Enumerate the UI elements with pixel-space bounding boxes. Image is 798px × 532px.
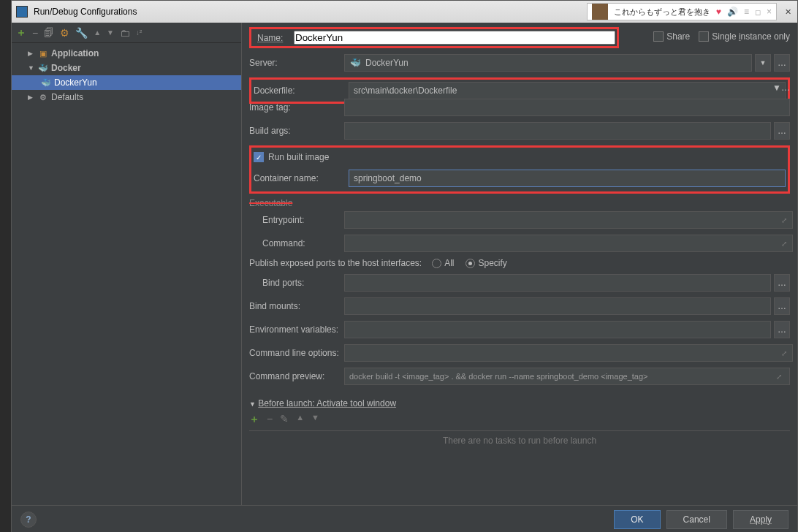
share-checkbox[interactable]: Share [653, 31, 690, 42]
env-input[interactable] [344, 321, 771, 338]
command-input[interactable] [344, 235, 793, 252]
before-launch-section: ▼ Before launch: Activate tool window ＋ … [249, 398, 790, 448]
expand-icon[interactable]: ⤢ [781, 240, 790, 248]
dockerfile-history-btn[interactable]: ▼ [772, 83, 781, 93]
server-dropdown-btn[interactable]: ▼ [755, 54, 771, 72]
before-launch-empty: There are no tasks to run before launch [249, 430, 790, 448]
image-tag-input[interactable] [344, 99, 790, 116]
executable-section-label: Executable [249, 198, 790, 208]
dockerfile-browse-btn[interactable]: … [781, 83, 790, 93]
container-name-input[interactable] [349, 170, 786, 187]
server-label: Server: [249, 58, 344, 68]
window-close-icon[interactable]: ✕ [783, 7, 793, 17]
build-args-more-btn[interactable]: … [774, 122, 790, 140]
expand-icon[interactable]: ⤢ [776, 373, 785, 381]
checkbox-icon [653, 31, 664, 42]
tree-label: Defaults [51, 92, 83, 102]
run-built-checkbox[interactable]: ✓ Run built image [254, 152, 329, 162]
docker-icon: 🐳 [38, 63, 48, 73]
bl-down-icon[interactable]: ▼ [311, 413, 319, 426]
chevron-down-icon: ▼ [28, 64, 35, 72]
radio-selected-icon [466, 259, 475, 268]
tree-node-docker[interactable]: ▼ 🐳 Docker [12, 61, 241, 75]
media-close-icon[interactable]: × [767, 7, 772, 17]
chevron-right-icon: ▶ [28, 50, 35, 57]
name-highlight: Name: [249, 27, 619, 48]
bl-edit-icon[interactable]: ✎ [280, 413, 289, 426]
app-icon [16, 6, 28, 18]
bind-mounts-input[interactable] [344, 297, 771, 315]
tree-label: Application [51, 48, 99, 58]
server-more-btn[interactable]: … [774, 54, 790, 72]
help-button[interactable]: ? [20, 512, 37, 528]
expand-icon[interactable]: ⤢ [781, 216, 790, 224]
build-args-label: Build args: [249, 126, 344, 136]
config-form: Name: Share Single instance only [242, 23, 797, 505]
build-args-input[interactable] [344, 122, 771, 140]
env-more-btn[interactable]: … [774, 321, 790, 338]
move-down-icon[interactable]: ▼ [107, 28, 114, 37]
bind-ports-more-btn[interactable]: … [774, 274, 790, 292]
bl-remove-icon[interactable]: − [267, 413, 273, 426]
server-dropdown[interactable]: 🐳 DockerYun [344, 54, 752, 72]
titlebar: Run/Debug Configurations これからもずっと君を抱き ♥ … [12, 1, 797, 23]
media-restore-icon[interactable]: ◻ [755, 8, 761, 16]
avatar [592, 4, 608, 20]
docker-icon: 🐳 [349, 58, 361, 68]
bind-mounts-more-btn[interactable]: … [774, 297, 790, 315]
sidebar-toolbar: ＋ − 🗐 ⚙ 🔧 ▲ ▼ 🗀 ↓² [12, 23, 241, 43]
entrypoint-input[interactable] [344, 211, 793, 229]
bl-up-icon[interactable]: ▲ [296, 413, 304, 426]
wrench-icon[interactable]: 🔧 [75, 27, 88, 39]
dockerfile-input[interactable] [349, 82, 786, 99]
media-track-title: これからもずっと君を抱き [614, 7, 710, 18]
publish-all-radio[interactable]: All [432, 258, 454, 268]
remove-config-icon[interactable]: − [32, 27, 38, 39]
preview-label: Command preview: [249, 371, 344, 381]
sidebar: ＋ − 🗐 ⚙ 🔧 ▲ ▼ 🗀 ↓² ▶ ▣ Application ▼ 🐳 [12, 23, 242, 505]
run-built-highlight: ✓ Run built image Container name: [249, 145, 790, 194]
bl-add-icon[interactable]: ＋ [249, 413, 259, 426]
entrypoint-label: Entrypoint: [262, 215, 344, 225]
gears-icon: ⚙ [38, 92, 48, 102]
apply-button[interactable]: Apply [733, 510, 788, 529]
config-tree: ▶ ▣ Application ▼ 🐳 Docker 🐳 DockerYun ▶… [12, 43, 241, 107]
add-config-icon[interactable]: ＋ [16, 26, 26, 39]
tree-node-dockeryun[interactable]: 🐳 DockerYun [12, 75, 241, 90]
window-title: Run/Debug Configurations [34, 7, 587, 17]
env-label: Environment variables: [249, 324, 344, 335]
heart-icon[interactable]: ♥ [716, 7, 721, 17]
run-debug-dialog: Run/Debug Configurations これからもずっと君を抱き ♥ … [11, 0, 798, 532]
cancel-button[interactable]: Cancel [666, 510, 727, 529]
sort-icon[interactable]: ↓² [136, 28, 142, 37]
dialog-footer: ? OK Cancel Apply [12, 505, 797, 532]
copy-config-icon[interactable]: 🗐 [44, 27, 54, 39]
publish-specify-radio[interactable]: Specify [466, 258, 506, 268]
bind-ports-input[interactable] [344, 274, 771, 292]
folder-icon[interactable]: 🗀 [120, 27, 130, 39]
image-tag-label: Image tag: [249, 102, 344, 113]
single-instance-checkbox[interactable]: Single instance only [699, 31, 790, 42]
tree-label: Docker [51, 63, 81, 73]
move-up-icon[interactable]: ▲ [94, 28, 101, 37]
cmdline-input[interactable] [344, 344, 793, 362]
speaker-icon[interactable]: 🔊 [727, 7, 738, 17]
radio-icon [432, 259, 441, 268]
name-label: Name: [253, 33, 294, 43]
chevron-down-icon: ▼ [249, 400, 256, 408]
command-label: Command: [262, 238, 344, 248]
checkbox-checked-icon: ✓ [254, 152, 264, 162]
before-launch-toggle[interactable]: ▼ Before launch: Activate tool window [249, 398, 790, 408]
playlist-icon[interactable]: ≡ [744, 7, 749, 17]
dockerfile-label: Dockerfile: [254, 86, 349, 96]
command-preview: docker build -t <image_tag> . && docker … [344, 368, 790, 385]
name-input[interactable] [294, 31, 615, 45]
save-config-icon[interactable]: ⚙ [60, 27, 69, 39]
cmdline-label: Command line options: [249, 348, 344, 358]
ok-button[interactable]: OK [614, 510, 660, 529]
chevron-right-icon: ▶ [28, 94, 35, 101]
tree-node-application[interactable]: ▶ ▣ Application [12, 46, 241, 61]
expand-icon[interactable]: ⤢ [781, 349, 790, 357]
docker-icon: 🐳 [41, 77, 51, 88]
tree-node-defaults[interactable]: ▶ ⚙ Defaults [12, 90, 241, 104]
